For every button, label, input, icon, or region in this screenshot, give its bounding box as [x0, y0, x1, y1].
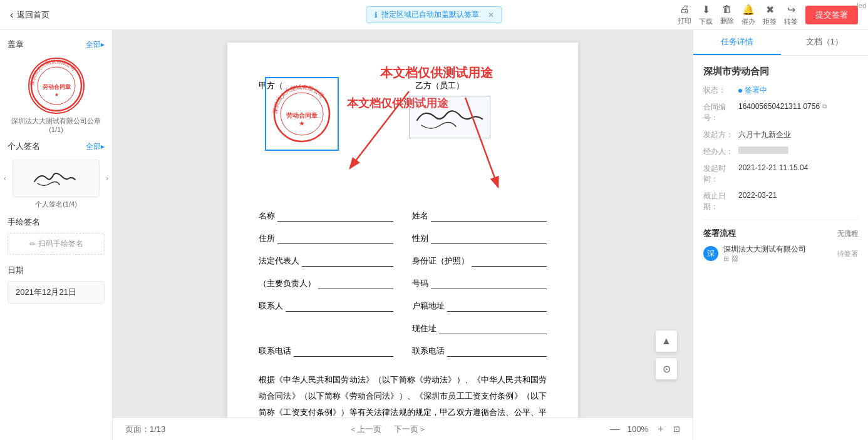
scroll-down-button[interactable]: ⊙: [655, 357, 678, 380]
info-row-time: 发起时间： 2021-12-21 11.15.04: [703, 163, 858, 185]
pagination-controls: ＜上一页 下一页＞: [349, 424, 426, 435]
field-line: [431, 278, 547, 289]
zoom-controls: — 100% ＋ ⊡: [610, 422, 680, 436]
carousel-left-arrow[interactable]: ‹: [0, 174, 10, 183]
status-text: 签署中: [745, 85, 767, 96]
close-notification-button[interactable]: ✕: [488, 11, 494, 19]
flow-item-info: 深圳法大大测试有限公司 ⊞ ⛓: [723, 244, 832, 263]
transfer-button[interactable]: ↪ 转签: [784, 4, 798, 26]
doc-page: 本文档仅供测试用途 本文档仅供测试用途 甲方（: [113, 30, 693, 417]
svg-text:劳动合同章: 劳动合同章: [42, 83, 71, 90]
print-button[interactable]: 🖨 打印: [678, 4, 691, 26]
flow-link-icon[interactable]: ⊞: [723, 255, 729, 263]
time-value: 2021-12-21 11.15.04: [738, 163, 858, 172]
doc-float-buttons: ▲ ⊙: [655, 330, 678, 380]
signing-process-text: 签署流程: [703, 228, 736, 239]
toolbar-right: 🖨 打印 ⬇ 下载 🗑 删除 🔔 催办 ✖ 拒签 ↪ 转签 提交签署 Ied: [678, 4, 858, 26]
flow-company-name-0: 深圳法大大测试有限公司: [723, 244, 832, 255]
date-section: 日期 2021年12月21日: [0, 260, 112, 309]
remind-label: 催办: [741, 17, 755, 26]
transfer-label: 转签: [784, 17, 798, 26]
svg-text:★: ★: [299, 120, 305, 127]
seal-placement-box[interactable]: 深圳法大大测试有限公司 劳动合同章 ★: [265, 77, 339, 151]
delete-label: 删除: [720, 16, 734, 26]
zoom-in-button[interactable]: ＋: [656, 422, 666, 436]
back-label[interactable]: 返回首页: [17, 9, 49, 21]
field-line: [318, 278, 393, 289]
seal-all-link[interactable]: 全部▸: [86, 39, 105, 50]
info-icon: ℹ: [375, 11, 378, 19]
right-content: 深圳市劳动合同 状态： 签署中 合同编号： 164005650421311 07…: [693, 56, 868, 440]
initiator-value: 六月十九新企业: [738, 130, 858, 140]
fit-button[interactable]: ⊡: [673, 424, 680, 434]
status-dot: [738, 89, 742, 93]
next-page-button[interactable]: 下一页＞: [394, 424, 426, 435]
reject-button[interactable]: ✖ 拒签: [763, 4, 777, 26]
handwrite-button[interactable]: ✏ 扫码手绘签名: [8, 233, 105, 255]
seal-item[interactable]: 深圳法大大测试有限公司 劳动合同章 ★ 深圳法大大测试有限公司公章(1/1): [0, 53, 112, 138]
top-right-text: Ied: [857, 2, 866, 9]
contract-title: 深圳市劳动合同: [703, 66, 858, 78]
flow-status-0: 待签署: [837, 249, 858, 258]
contract-no-value: 164005650421311 0756 ⧉: [738, 102, 858, 111]
party-b-label: 乙方（员工）: [415, 80, 547, 91]
form-row-5: 联系人 户籍地址: [259, 300, 547, 312]
scan-icon: ✏: [29, 240, 36, 248]
section-divider: [703, 220, 858, 220]
handler-label: 经办人：: [703, 146, 738, 157]
download-label: 下载: [699, 17, 713, 26]
placed-signature-svg: [412, 100, 487, 135]
copy-contract-no-button[interactable]: ⧉: [822, 103, 827, 110]
seal-label: 深圳法大大测试有限公司公章(1/1): [8, 116, 105, 133]
flow-avatar-0: 深: [703, 246, 718, 261]
form-row-2: 住所 性别: [259, 233, 547, 244]
back-nav[interactable]: ‹ 返回首页: [10, 9, 49, 21]
deadline-label: 截止日期：: [703, 191, 738, 212]
svg-line-5: [353, 91, 409, 165]
notification-text: 指定区域已自动加盖默认签章: [381, 9, 479, 20]
field-line: [447, 300, 547, 312]
submit-sign-button[interactable]: 提交签署: [805, 6, 858, 24]
flow-item-0: 深 深圳法大大测试有限公司 ⊞ ⛓ 待签署: [703, 244, 858, 263]
no-flow-label: 无流程: [837, 229, 858, 238]
prev-page-button[interactable]: ＜上一页: [349, 424, 381, 435]
doc-footer: 页面：1/13 ＜上一页 下一页＞ — 100% ＋ ⊡: [113, 417, 693, 440]
print-label: 打印: [678, 16, 691, 26]
signature-placement-box[interactable]: [409, 96, 490, 138]
field-line: [277, 210, 393, 222]
field-line: [294, 345, 393, 357]
remind-button[interactable]: 🔔 催办: [741, 4, 755, 26]
svg-text:劳动合同章: 劳动合同章: [286, 112, 318, 119]
field-line: [277, 233, 393, 244]
form-row-3: 法定代表人 身份证（护照）: [259, 255, 547, 267]
print-icon: 🖨: [679, 4, 690, 15]
page-indicator: 页面：1/13: [125, 424, 165, 435]
seal-section-title: 盖章: [8, 39, 24, 50]
form-row-1: 名称 姓名: [259, 210, 547, 222]
transfer-icon: ↪: [787, 4, 795, 16]
seal-circle: 深圳法大大测试有限公司 劳动合同章 ★: [28, 58, 85, 114]
form-row-7: 联系电话 联系电话: [259, 345, 547, 357]
personal-sig-all-link[interactable]: 全部▸: [86, 141, 105, 152]
scroll-up-button[interactable]: ▲: [655, 330, 678, 352]
signature-image-box[interactable]: [13, 160, 100, 197]
back-icon: ‹: [10, 9, 13, 21]
notification-center: ℹ 指定区域已自动加盖默认签章 ✕: [366, 6, 502, 23]
info-row-handler: 经办人：: [703, 146, 858, 157]
tab-documents[interactable]: 文档（1）: [781, 30, 869, 55]
flow-edit-icon[interactable]: ⛓: [731, 255, 738, 263]
info-row-status: 状态： 签署中: [703, 85, 858, 96]
info-row-deadline: 截止日期： 2022-03-21: [703, 191, 858, 212]
tab-task-details[interactable]: 任务详情: [693, 30, 781, 55]
date-value[interactable]: 2021年12月21日: [8, 281, 105, 304]
seal-svg: 深圳法大大测试有限公司 劳动合同章 ★: [29, 59, 83, 113]
handler-value: [738, 146, 858, 154]
download-button[interactable]: ⬇ 下载: [699, 4, 713, 26]
field-line: [286, 300, 393, 312]
zoom-out-button[interactable]: —: [610, 424, 620, 435]
time-label: 发起时间：: [703, 163, 738, 185]
svg-text:★: ★: [54, 92, 58, 98]
delete-button[interactable]: 🗑 删除: [720, 4, 734, 26]
carousel-right-arrow[interactable]: ›: [102, 174, 112, 183]
field-name-right: 姓名: [412, 210, 547, 222]
